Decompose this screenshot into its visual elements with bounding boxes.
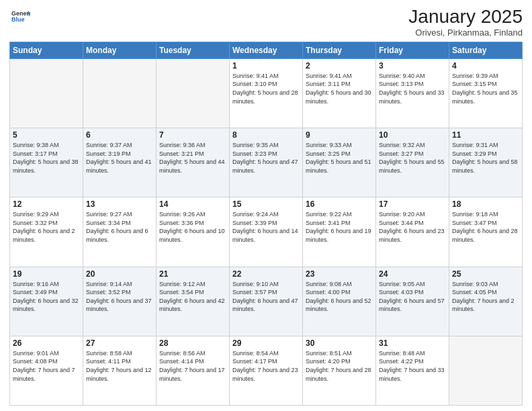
day-info: Sunrise: 9:29 AM Sunset: 3:32 PM Dayligh…: [13, 210, 80, 244]
day-number: 24: [379, 269, 446, 279]
location: Orivesi, Pirkanmaa, Finland: [408, 28, 523, 38]
day-number: 5: [13, 130, 80, 140]
day-cell: 25Sunrise: 9:03 AM Sunset: 4:05 PM Dayli…: [449, 267, 523, 336]
header-sunday: Sunday: [10, 42, 83, 58]
day-cell: [157, 58, 230, 128]
page: General Blue January 2025 Orivesi, Pirka…: [0, 0, 532, 411]
svg-text:Blue: Blue: [11, 16, 24, 23]
day-cell: 16Sunrise: 9:22 AM Sunset: 3:41 PM Dayli…: [303, 197, 376, 267]
day-cell: 23Sunrise: 9:08 AM Sunset: 4:00 PM Dayli…: [303, 267, 376, 336]
header-saturday: Saturday: [449, 42, 523, 58]
header: General Blue January 2025 Orivesi, Pirka…: [9, 7, 523, 38]
calendar-table: Sunday Monday Tuesday Wednesday Thursday…: [9, 42, 523, 406]
day-number: 29: [232, 338, 300, 348]
day-info: Sunrise: 9:16 AM Sunset: 3:49 PM Dayligh…: [13, 280, 80, 314]
day-number: 30: [306, 338, 373, 348]
day-cell: 20Sunrise: 9:14 AM Sunset: 3:52 PM Dayli…: [83, 267, 157, 336]
day-cell: 21Sunrise: 9:12 AM Sunset: 3:54 PM Dayli…: [157, 267, 230, 336]
day-number: 23: [306, 269, 373, 279]
day-cell: 17Sunrise: 9:20 AM Sunset: 3:44 PM Dayli…: [376, 197, 449, 267]
day-info: Sunrise: 9:27 AM Sunset: 3:34 PM Dayligh…: [86, 210, 153, 244]
day-info: Sunrise: 9:41 AM Sunset: 3:10 PM Dayligh…: [232, 72, 300, 105]
day-number: 14: [159, 199, 226, 209]
day-cell: 2Sunrise: 9:41 AM Sunset: 3:11 PM Daylig…: [303, 58, 376, 128]
day-cell: [449, 336, 523, 405]
week-row-2: 12Sunrise: 9:29 AM Sunset: 3:32 PM Dayli…: [10, 197, 523, 267]
day-cell: 5Sunrise: 9:38 AM Sunset: 3:17 PM Daylig…: [10, 128, 83, 197]
day-number: 16: [306, 199, 373, 209]
day-number: 20: [86, 269, 153, 279]
day-cell: 8Sunrise: 9:35 AM Sunset: 3:23 PM Daylig…: [230, 128, 303, 197]
weekday-header-row: Sunday Monday Tuesday Wednesday Thursday…: [10, 42, 523, 58]
day-info: Sunrise: 9:03 AM Sunset: 4:05 PM Dayligh…: [452, 280, 519, 314]
header-monday: Monday: [83, 42, 157, 58]
day-info: Sunrise: 9:20 AM Sunset: 3:44 PM Dayligh…: [379, 210, 446, 244]
day-info: Sunrise: 9:05 AM Sunset: 4:03 PM Dayligh…: [379, 280, 446, 314]
day-number: 10: [379, 130, 446, 140]
day-number: 7: [159, 130, 226, 140]
day-number: 25: [452, 269, 519, 279]
day-info: Sunrise: 9:33 AM Sunset: 3:25 PM Dayligh…: [306, 141, 373, 175]
day-number: 4: [452, 61, 519, 71]
day-number: 18: [452, 199, 519, 209]
day-cell: 13Sunrise: 9:27 AM Sunset: 3:34 PM Dayli…: [83, 197, 157, 267]
day-cell: 19Sunrise: 9:16 AM Sunset: 3:49 PM Dayli…: [10, 267, 83, 336]
day-info: Sunrise: 9:22 AM Sunset: 3:41 PM Dayligh…: [306, 210, 373, 244]
day-cell: 29Sunrise: 8:54 AM Sunset: 4:17 PM Dayli…: [230, 336, 303, 405]
header-wednesday: Wednesday: [230, 42, 303, 58]
header-friday: Friday: [376, 42, 449, 58]
day-number: 31: [379, 338, 446, 348]
day-number: 28: [159, 338, 226, 348]
day-info: Sunrise: 9:32 AM Sunset: 3:27 PM Dayligh…: [379, 141, 446, 175]
week-row-1: 5Sunrise: 9:38 AM Sunset: 3:17 PM Daylig…: [10, 128, 523, 197]
logo-area: General Blue: [9, 7, 30, 28]
day-number: 22: [232, 269, 300, 279]
month-title: January 2025: [408, 7, 523, 28]
day-info: Sunrise: 9:26 AM Sunset: 3:36 PM Dayligh…: [159, 210, 226, 244]
day-cell: 10Sunrise: 9:32 AM Sunset: 3:27 PM Dayli…: [376, 128, 449, 197]
day-number: 8: [232, 130, 300, 140]
calendar: Sunday Monday Tuesday Wednesday Thursday…: [9, 42, 523, 406]
day-cell: 30Sunrise: 8:51 AM Sunset: 4:20 PM Dayli…: [303, 336, 376, 405]
week-row-4: 26Sunrise: 9:01 AM Sunset: 4:08 PM Dayli…: [10, 336, 523, 405]
day-cell: [83, 58, 157, 128]
day-cell: 7Sunrise: 9:36 AM Sunset: 3:21 PM Daylig…: [157, 128, 230, 197]
day-info: Sunrise: 9:41 AM Sunset: 3:11 PM Dayligh…: [306, 72, 373, 105]
week-row-3: 19Sunrise: 9:16 AM Sunset: 3:49 PM Dayli…: [10, 267, 523, 336]
day-info: Sunrise: 8:51 AM Sunset: 4:20 PM Dayligh…: [306, 349, 373, 383]
day-cell: 3Sunrise: 9:40 AM Sunset: 3:13 PM Daylig…: [376, 58, 449, 128]
day-info: Sunrise: 8:48 AM Sunset: 4:22 PM Dayligh…: [379, 349, 446, 383]
day-number: 13: [86, 199, 153, 209]
day-cell: 24Sunrise: 9:05 AM Sunset: 4:03 PM Dayli…: [376, 267, 449, 336]
day-info: Sunrise: 9:31 AM Sunset: 3:29 PM Dayligh…: [452, 141, 519, 175]
day-cell: 14Sunrise: 9:26 AM Sunset: 3:36 PM Dayli…: [157, 197, 230, 267]
day-number: 27: [86, 338, 153, 348]
day-info: Sunrise: 9:01 AM Sunset: 4:08 PM Dayligh…: [13, 349, 80, 383]
day-number: 17: [379, 199, 446, 209]
day-cell: 15Sunrise: 9:24 AM Sunset: 3:39 PM Dayli…: [230, 197, 303, 267]
day-cell: 1Sunrise: 9:41 AM Sunset: 3:10 PM Daylig…: [230, 58, 303, 128]
day-number: 21: [159, 269, 226, 279]
day-info: Sunrise: 9:40 AM Sunset: 3:13 PM Dayligh…: [379, 72, 446, 105]
day-info: Sunrise: 8:56 AM Sunset: 4:14 PM Dayligh…: [159, 349, 226, 383]
day-info: Sunrise: 9:35 AM Sunset: 3:23 PM Dayligh…: [232, 141, 300, 175]
day-info: Sunrise: 9:12 AM Sunset: 3:54 PM Dayligh…: [159, 280, 226, 314]
header-thursday: Thursday: [303, 42, 376, 58]
day-number: 2: [306, 61, 373, 71]
day-cell: 9Sunrise: 9:33 AM Sunset: 3:25 PM Daylig…: [303, 128, 376, 197]
day-info: Sunrise: 9:39 AM Sunset: 3:15 PM Dayligh…: [452, 72, 519, 105]
logo: General Blue: [9, 7, 30, 28]
day-cell: [10, 58, 83, 128]
day-cell: 12Sunrise: 9:29 AM Sunset: 3:32 PM Dayli…: [10, 197, 83, 267]
day-number: 11: [452, 130, 519, 140]
day-info: Sunrise: 9:18 AM Sunset: 3:47 PM Dayligh…: [452, 210, 519, 244]
day-cell: 4Sunrise: 9:39 AM Sunset: 3:15 PM Daylig…: [449, 58, 523, 128]
day-info: Sunrise: 9:10 AM Sunset: 3:57 PM Dayligh…: [232, 280, 300, 314]
day-number: 12: [13, 199, 80, 209]
day-info: Sunrise: 9:38 AM Sunset: 3:17 PM Dayligh…: [13, 141, 80, 175]
header-tuesday: Tuesday: [157, 42, 230, 58]
day-number: 6: [86, 130, 153, 140]
day-cell: 31Sunrise: 8:48 AM Sunset: 4:22 PM Dayli…: [376, 336, 449, 405]
day-info: Sunrise: 8:58 AM Sunset: 4:11 PM Dayligh…: [86, 349, 153, 383]
day-cell: 22Sunrise: 9:10 AM Sunset: 3:57 PM Dayli…: [230, 267, 303, 336]
